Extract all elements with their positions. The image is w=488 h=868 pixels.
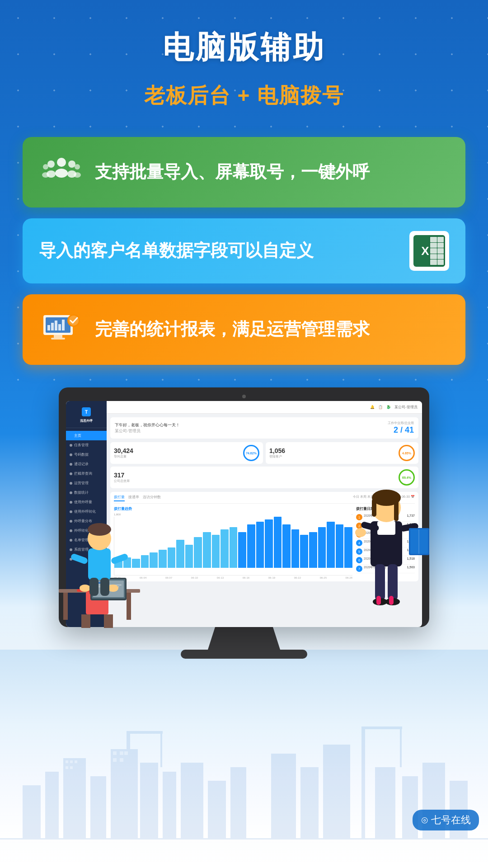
svg-rect-57 [388,564,398,600]
monitor-wrapper: T 流思外呼 主页 任务管理 号码数据 [41,387,447,659]
page-title: 电脑版辅助 [18,27,470,68]
dashboard-topbar: 🔔 📋 🐉 某公司-管理员 [107,401,422,414]
bar-chart-container: 拨打量趋势 1,800- 06-0106-0406-0706-10 [114,506,352,579]
bar-18 [274,517,282,568]
svg-rect-15 [58,324,61,330]
svg-rect-74 [230,767,246,840]
nav-stats[interactable]: 数据统计 [66,488,107,497]
stat-circle-1: 74.62% [243,445,259,461]
svg-rect-82 [402,776,418,840]
bar-16 [256,522,264,568]
bar-4 [150,552,158,568]
svg-rect-67 [127,731,130,840]
svg-rect-56 [375,564,385,600]
svg-point-4 [68,160,75,168]
svg-rect-17 [54,335,62,338]
svg-rect-27 [104,614,113,628]
svg-point-0 [57,158,66,167]
svg-point-1 [55,169,68,178]
svg-rect-69 [160,731,162,767]
monitor-stand [208,627,280,650]
bar-8 [185,545,193,568]
bar-17 [265,519,273,568]
svg-rect-81 [375,767,395,840]
bar-chart [114,517,352,576]
bar-6 [168,547,176,568]
feature-text-1: 支持批量导入、屏幕取号，一键外呼 [95,160,449,184]
nav-intercept[interactable]: 拦截举查询 [66,469,107,478]
svg-rect-70 [140,763,158,840]
svg-rect-60 [376,596,381,605]
bar-21 [300,535,308,568]
bar-15 [247,524,255,568]
bar-9 [194,537,202,568]
welcome-banner: 下午好，老板，祝你开心心每一天！ 某公司-管理员 工作中业用/总业用 2 / 4… [110,417,418,439]
svg-rect-79 [361,726,402,729]
bar-22 [309,532,317,568]
feature-text-3: 完善的统计报表，满足运营管理需求 [95,317,449,341]
nav-number[interactable]: 号码数据 [66,450,107,459]
monitor-section: T 流思外呼 主页 任务管理 号码数据 [0,387,488,659]
page-subtitle: 老板后台 + 电脑拨号 [18,82,470,110]
bar-20 [291,529,300,568]
svg-rect-22 [63,593,68,620]
nav-task[interactable]: 任务管理 [66,440,107,450]
bar-19 [282,524,291,568]
header-section: 电脑版辅助 老板后台 + 电脑拨号 [0,0,488,123]
svg-rect-34 [88,548,111,580]
svg-rect-63 [45,772,59,840]
svg-rect-86 [66,760,68,763]
svg-rect-80 [400,726,402,767]
svg-rect-37 [70,553,88,565]
feature-card-2: 导入的客户名单数据字段可以自定义 X [23,218,465,283]
svg-rect-16 [62,320,65,330]
svg-rect-13 [51,323,54,330]
svg-point-8 [75,164,80,170]
bar-24 [327,522,335,568]
svg-rect-76 [300,767,319,840]
svg-rect-90 [70,766,73,769]
svg-rect-38 [110,553,128,565]
svg-point-9 [74,172,81,178]
bar-5 [159,550,167,568]
svg-point-2 [47,160,55,168]
svg-rect-87 [70,760,73,763]
svg-point-36 [88,523,111,536]
svg-rect-47 [372,499,376,517]
app-logo: T 流思外呼 [66,405,107,428]
bar-7 [176,540,184,568]
nav-home[interactable]: 主页 [66,431,107,440]
person-right-illustration [339,462,438,636]
bottom-area: ⊙ 七号在线 [0,650,488,840]
svg-rect-85 [0,838,488,840]
svg-point-6 [43,164,48,170]
bar-23 [318,527,326,568]
svg-rect-95 [120,758,123,762]
svg-rect-68 [127,731,163,734]
bar-10 [203,532,211,568]
features-section: 支持批量导入、屏幕取号，一键外呼 导入的客户名单数据字段可以自定义 X [0,123,488,378]
svg-rect-12 [47,325,50,330]
svg-rect-65 [90,776,106,840]
people-group-icon [39,150,84,195]
svg-rect-72 [181,763,203,840]
nav-ops[interactable]: 运营管理 [66,478,107,488]
svg-rect-18 [51,338,65,340]
svg-rect-88 [75,760,77,763]
svg-rect-42 [100,578,109,596]
svg-rect-78 [361,726,365,840]
monitor-chart-icon [39,307,84,352]
svg-point-55 [355,528,366,537]
svg-rect-66 [111,749,138,840]
feature-card-3: 完善的统计报表，满足运营管理需求 [23,294,465,365]
svg-point-39 [80,585,90,592]
bar-14 [238,532,246,568]
feature-card-1: 支持批量导入、屏幕取号，一键外呼 [23,137,465,208]
svg-rect-89 [66,766,68,769]
stat-card-2: 1,056 登陆客户 4.65% [266,442,418,464]
monitor-base [181,650,307,659]
nav-calls[interactable]: 通话记录 [66,459,107,469]
monitor-camera [242,395,246,398]
stat-card-1: 30,424 导叫总量 74.62% [110,442,263,464]
chart-tab-2[interactable]: 连访分钟数 [143,495,161,501]
